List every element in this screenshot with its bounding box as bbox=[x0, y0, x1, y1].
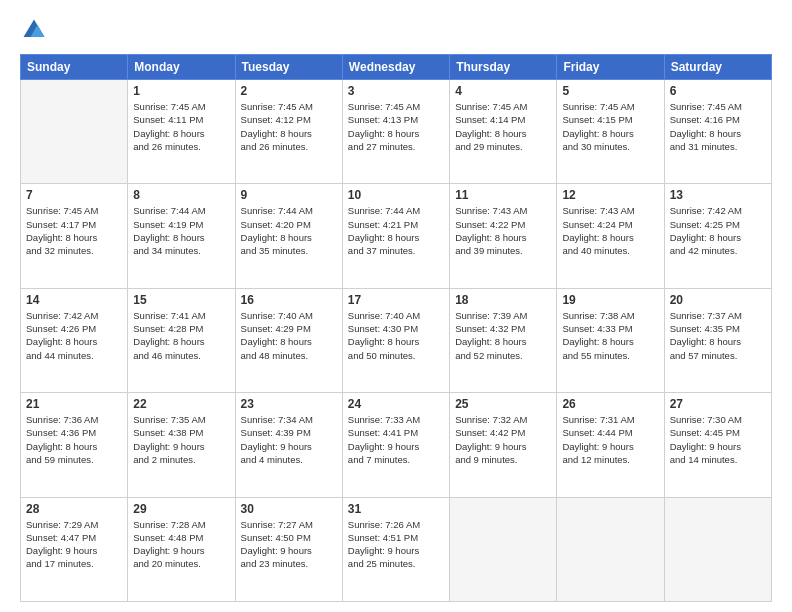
calendar-cell: 8Sunrise: 7:44 AM Sunset: 4:19 PM Daylig… bbox=[128, 184, 235, 288]
cell-info: Sunrise: 7:45 AM Sunset: 4:15 PM Dayligh… bbox=[562, 100, 658, 153]
calendar-cell: 16Sunrise: 7:40 AM Sunset: 4:29 PM Dayli… bbox=[235, 288, 342, 392]
cell-info: Sunrise: 7:42 AM Sunset: 4:25 PM Dayligh… bbox=[670, 204, 766, 257]
cell-info: Sunrise: 7:42 AM Sunset: 4:26 PM Dayligh… bbox=[26, 309, 122, 362]
weekday-header: Saturday bbox=[664, 55, 771, 80]
calendar-cell: 27Sunrise: 7:30 AM Sunset: 4:45 PM Dayli… bbox=[664, 393, 771, 497]
calendar-week-row: 7Sunrise: 7:45 AM Sunset: 4:17 PM Daylig… bbox=[21, 184, 772, 288]
calendar-cell: 31Sunrise: 7:26 AM Sunset: 4:51 PM Dayli… bbox=[342, 497, 449, 601]
day-number: 19 bbox=[562, 293, 658, 307]
day-number: 16 bbox=[241, 293, 337, 307]
day-number: 4 bbox=[455, 84, 551, 98]
day-number: 30 bbox=[241, 502, 337, 516]
weekday-header-row: SundayMondayTuesdayWednesdayThursdayFrid… bbox=[21, 55, 772, 80]
cell-info: Sunrise: 7:31 AM Sunset: 4:44 PM Dayligh… bbox=[562, 413, 658, 466]
day-number: 23 bbox=[241, 397, 337, 411]
calendar-cell: 14Sunrise: 7:42 AM Sunset: 4:26 PM Dayli… bbox=[21, 288, 128, 392]
day-number: 22 bbox=[133, 397, 229, 411]
cell-info: Sunrise: 7:43 AM Sunset: 4:24 PM Dayligh… bbox=[562, 204, 658, 257]
cell-info: Sunrise: 7:43 AM Sunset: 4:22 PM Dayligh… bbox=[455, 204, 551, 257]
cell-info: Sunrise: 7:34 AM Sunset: 4:39 PM Dayligh… bbox=[241, 413, 337, 466]
cell-info: Sunrise: 7:27 AM Sunset: 4:50 PM Dayligh… bbox=[241, 518, 337, 571]
day-number: 2 bbox=[241, 84, 337, 98]
day-number: 15 bbox=[133, 293, 229, 307]
calendar-cell bbox=[557, 497, 664, 601]
day-number: 25 bbox=[455, 397, 551, 411]
calendar-cell: 12Sunrise: 7:43 AM Sunset: 4:24 PM Dayli… bbox=[557, 184, 664, 288]
day-number: 8 bbox=[133, 188, 229, 202]
day-number: 10 bbox=[348, 188, 444, 202]
day-number: 14 bbox=[26, 293, 122, 307]
calendar-week-row: 21Sunrise: 7:36 AM Sunset: 4:36 PM Dayli… bbox=[21, 393, 772, 497]
day-number: 6 bbox=[670, 84, 766, 98]
weekday-header: Friday bbox=[557, 55, 664, 80]
cell-info: Sunrise: 7:45 AM Sunset: 4:16 PM Dayligh… bbox=[670, 100, 766, 153]
day-number: 13 bbox=[670, 188, 766, 202]
cell-info: Sunrise: 7:45 AM Sunset: 4:14 PM Dayligh… bbox=[455, 100, 551, 153]
cell-info: Sunrise: 7:38 AM Sunset: 4:33 PM Dayligh… bbox=[562, 309, 658, 362]
page: SundayMondayTuesdayWednesdayThursdayFrid… bbox=[0, 0, 792, 612]
calendar-cell: 7Sunrise: 7:45 AM Sunset: 4:17 PM Daylig… bbox=[21, 184, 128, 288]
cell-info: Sunrise: 7:29 AM Sunset: 4:47 PM Dayligh… bbox=[26, 518, 122, 571]
day-number: 20 bbox=[670, 293, 766, 307]
day-number: 9 bbox=[241, 188, 337, 202]
calendar-cell bbox=[450, 497, 557, 601]
calendar-cell: 13Sunrise: 7:42 AM Sunset: 4:25 PM Dayli… bbox=[664, 184, 771, 288]
cell-info: Sunrise: 7:45 AM Sunset: 4:11 PM Dayligh… bbox=[133, 100, 229, 153]
cell-info: Sunrise: 7:45 AM Sunset: 4:13 PM Dayligh… bbox=[348, 100, 444, 153]
day-number: 21 bbox=[26, 397, 122, 411]
cell-info: Sunrise: 7:26 AM Sunset: 4:51 PM Dayligh… bbox=[348, 518, 444, 571]
day-number: 31 bbox=[348, 502, 444, 516]
day-number: 24 bbox=[348, 397, 444, 411]
calendar-cell: 29Sunrise: 7:28 AM Sunset: 4:48 PM Dayli… bbox=[128, 497, 235, 601]
calendar-cell: 18Sunrise: 7:39 AM Sunset: 4:32 PM Dayli… bbox=[450, 288, 557, 392]
cell-info: Sunrise: 7:28 AM Sunset: 4:48 PM Dayligh… bbox=[133, 518, 229, 571]
calendar-cell: 30Sunrise: 7:27 AM Sunset: 4:50 PM Dayli… bbox=[235, 497, 342, 601]
calendar-cell: 5Sunrise: 7:45 AM Sunset: 4:15 PM Daylig… bbox=[557, 80, 664, 184]
calendar-week-row: 14Sunrise: 7:42 AM Sunset: 4:26 PM Dayli… bbox=[21, 288, 772, 392]
calendar-cell: 23Sunrise: 7:34 AM Sunset: 4:39 PM Dayli… bbox=[235, 393, 342, 497]
calendar-cell: 19Sunrise: 7:38 AM Sunset: 4:33 PM Dayli… bbox=[557, 288, 664, 392]
cell-info: Sunrise: 7:39 AM Sunset: 4:32 PM Dayligh… bbox=[455, 309, 551, 362]
calendar-cell: 22Sunrise: 7:35 AM Sunset: 4:38 PM Dayli… bbox=[128, 393, 235, 497]
day-number: 1 bbox=[133, 84, 229, 98]
calendar-cell: 1Sunrise: 7:45 AM Sunset: 4:11 PM Daylig… bbox=[128, 80, 235, 184]
calendar-cell: 26Sunrise: 7:31 AM Sunset: 4:44 PM Dayli… bbox=[557, 393, 664, 497]
day-number: 5 bbox=[562, 84, 658, 98]
cell-info: Sunrise: 7:36 AM Sunset: 4:36 PM Dayligh… bbox=[26, 413, 122, 466]
cell-info: Sunrise: 7:32 AM Sunset: 4:42 PM Dayligh… bbox=[455, 413, 551, 466]
cell-info: Sunrise: 7:41 AM Sunset: 4:28 PM Dayligh… bbox=[133, 309, 229, 362]
calendar-cell: 24Sunrise: 7:33 AM Sunset: 4:41 PM Dayli… bbox=[342, 393, 449, 497]
cell-info: Sunrise: 7:44 AM Sunset: 4:19 PM Dayligh… bbox=[133, 204, 229, 257]
calendar-cell: 20Sunrise: 7:37 AM Sunset: 4:35 PM Dayli… bbox=[664, 288, 771, 392]
day-number: 12 bbox=[562, 188, 658, 202]
calendar-cell: 3Sunrise: 7:45 AM Sunset: 4:13 PM Daylig… bbox=[342, 80, 449, 184]
cell-info: Sunrise: 7:40 AM Sunset: 4:30 PM Dayligh… bbox=[348, 309, 444, 362]
calendar-cell bbox=[664, 497, 771, 601]
header bbox=[20, 16, 772, 44]
day-number: 18 bbox=[455, 293, 551, 307]
cell-info: Sunrise: 7:37 AM Sunset: 4:35 PM Dayligh… bbox=[670, 309, 766, 362]
calendar-cell: 6Sunrise: 7:45 AM Sunset: 4:16 PM Daylig… bbox=[664, 80, 771, 184]
weekday-header: Monday bbox=[128, 55, 235, 80]
cell-info: Sunrise: 7:40 AM Sunset: 4:29 PM Dayligh… bbox=[241, 309, 337, 362]
day-number: 7 bbox=[26, 188, 122, 202]
weekday-header: Tuesday bbox=[235, 55, 342, 80]
cell-info: Sunrise: 7:30 AM Sunset: 4:45 PM Dayligh… bbox=[670, 413, 766, 466]
day-number: 11 bbox=[455, 188, 551, 202]
logo-icon bbox=[20, 16, 48, 44]
calendar-cell: 4Sunrise: 7:45 AM Sunset: 4:14 PM Daylig… bbox=[450, 80, 557, 184]
day-number: 3 bbox=[348, 84, 444, 98]
cell-info: Sunrise: 7:33 AM Sunset: 4:41 PM Dayligh… bbox=[348, 413, 444, 466]
calendar: SundayMondayTuesdayWednesdayThursdayFrid… bbox=[20, 54, 772, 602]
weekday-header: Thursday bbox=[450, 55, 557, 80]
calendar-cell: 10Sunrise: 7:44 AM Sunset: 4:21 PM Dayli… bbox=[342, 184, 449, 288]
calendar-cell: 21Sunrise: 7:36 AM Sunset: 4:36 PM Dayli… bbox=[21, 393, 128, 497]
calendar-cell: 11Sunrise: 7:43 AM Sunset: 4:22 PM Dayli… bbox=[450, 184, 557, 288]
calendar-cell bbox=[21, 80, 128, 184]
day-number: 26 bbox=[562, 397, 658, 411]
calendar-cell: 17Sunrise: 7:40 AM Sunset: 4:30 PM Dayli… bbox=[342, 288, 449, 392]
day-number: 27 bbox=[670, 397, 766, 411]
calendar-cell: 28Sunrise: 7:29 AM Sunset: 4:47 PM Dayli… bbox=[21, 497, 128, 601]
weekday-header: Wednesday bbox=[342, 55, 449, 80]
calendar-cell: 9Sunrise: 7:44 AM Sunset: 4:20 PM Daylig… bbox=[235, 184, 342, 288]
